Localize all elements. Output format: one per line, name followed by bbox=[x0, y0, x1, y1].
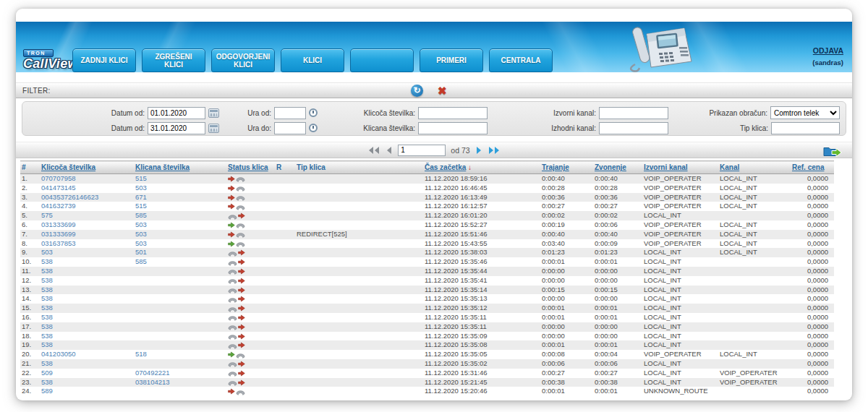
date-to-input[interactable] bbox=[148, 122, 205, 134]
incoming-answered-icon bbox=[228, 221, 245, 228]
prev-page-icon[interactable] bbox=[386, 146, 393, 155]
cell-channel: LOCAL_INT bbox=[718, 202, 791, 211]
cell-start-time: 11.12.2020 15:35:13 bbox=[423, 294, 540, 304]
cell-call-status bbox=[226, 248, 275, 257]
cell-callee-number: 515 bbox=[134, 174, 226, 184]
table-row[interactable]: 24.58911.12.2020 15:20:460:00:010:00:01U… bbox=[20, 387, 834, 396]
last-page-icon[interactable] bbox=[488, 146, 501, 155]
column-header-zvonenje[interactable]: Zvonenje bbox=[593, 161, 642, 174]
table-row[interactable]: 5.57558511.12.2020 16:01:200:00:020:00:0… bbox=[20, 211, 834, 220]
cell-ref-price: 0,0000 bbox=[791, 230, 834, 239]
logout-link[interactable]: ODJAVA bbox=[812, 46, 843, 55]
table-row[interactable]: 18.53811.12.2020 15:35:090:00:000:00:00L… bbox=[20, 332, 834, 341]
table-row[interactable]: 9.50350111.12.2020 15:38:030:01:230:01:2… bbox=[20, 248, 834, 257]
source-channel-input[interactable] bbox=[599, 107, 668, 119]
cell-recorded-flag bbox=[275, 387, 295, 396]
callee-number-input[interactable] bbox=[418, 122, 488, 134]
cell-ringing-time: 0:00:36 bbox=[593, 193, 642, 202]
table-row[interactable]: 17.53811.12.2020 15:35:110:00:000:00:00L… bbox=[20, 322, 834, 332]
table-row[interactable]: 22.50907049222111.12.2020 15:31:460:00:2… bbox=[20, 369, 834, 378]
cell-row-number: 22. bbox=[20, 369, 40, 378]
cell-channel: LOCAL_INT bbox=[718, 248, 791, 257]
cell-caller-number: 031333699 bbox=[40, 230, 134, 239]
outgoing-icon bbox=[228, 305, 245, 312]
cell-ref-price: 0,0000 bbox=[791, 387, 834, 396]
cell-channel bbox=[718, 267, 791, 276]
cell-caller-number: 538 bbox=[40, 332, 134, 341]
column-header-as-za-etka[interactable]: Čas začetka ↓ bbox=[423, 161, 540, 174]
cell-callee-number: 585 bbox=[134, 211, 226, 220]
clear-filter-icon[interactable]: ✖ bbox=[438, 85, 447, 97]
cell-row-number: 18. bbox=[20, 332, 40, 341]
next-page-icon[interactable] bbox=[475, 146, 482, 155]
column-header-ref-cena[interactable]: Ref. cena bbox=[791, 161, 834, 174]
table-row[interactable]: 21.53811.12.2020 15:35:020:00:060:00:06L… bbox=[20, 359, 834, 369]
cell-source-channel: LOCAL_INT bbox=[642, 322, 718, 332]
cell-channel: LOCAL_INT bbox=[718, 174, 791, 184]
column-header-izvorni-kanal[interactable]: Izvorni kanal bbox=[642, 161, 718, 174]
tab-empty[interactable] bbox=[350, 48, 414, 72]
cell-ref-price: 0,0000 bbox=[791, 313, 834, 322]
clock-icon[interactable] bbox=[309, 108, 318, 117]
cell-start-time: 11.12.2020 15:52:27 bbox=[423, 220, 540, 230]
table-row[interactable]: 2.04147314550311.12.2020 16:46:450:00:28… bbox=[20, 184, 834, 193]
tab-primeri[interactable]: PRIMERI bbox=[420, 48, 483, 72]
cell-start-time: 11.12.2020 15:35:11 bbox=[423, 313, 540, 322]
table-row[interactable]: 1.07070795851511.12.2020 18:59:160:00:40… bbox=[20, 174, 834, 184]
cell-start-time: 11.12.2020 15:20:46 bbox=[423, 387, 540, 396]
column-header-kanal[interactable]: Kanal bbox=[718, 161, 791, 174]
table-row[interactable]: 15.53811.12.2020 15:35:120:00:010:00:01L… bbox=[20, 304, 834, 313]
cell-call-status bbox=[226, 202, 275, 211]
table-row[interactable]: 12.53811.12.2020 15:35:410:00:000:00:00L… bbox=[20, 276, 834, 286]
tab-klici[interactable]: KLICI bbox=[281, 48, 344, 72]
column-header-trajanje[interactable]: Trajanje bbox=[540, 161, 593, 174]
export-icon[interactable] bbox=[823, 145, 842, 160]
table-row[interactable]: 10.53858511.12.2020 15:35:460:00:010:00:… bbox=[20, 257, 834, 267]
cell-call-type bbox=[295, 304, 423, 313]
cell-ref-price: 0,0000 bbox=[791, 174, 834, 184]
table-row[interactable]: 23.53803810421311.12.2020 15:21:450:00:3… bbox=[20, 378, 834, 387]
refresh-icon[interactable]: ↻ bbox=[411, 85, 423, 97]
cell-source-channel: LOCAL_INT bbox=[642, 286, 718, 295]
tab-zgre-eni-klici[interactable]: ZGREŠENI KLICI bbox=[142, 48, 205, 72]
table-row[interactable]: 14.53811.12.2020 15:35:130:00:000:00:00L… bbox=[20, 294, 834, 304]
table-row[interactable]: 20.04120305051811.12.2020 15:35:050:00:0… bbox=[20, 350, 834, 359]
first-page-icon[interactable] bbox=[367, 146, 380, 155]
billing-select[interactable]: Comtron telek bbox=[770, 106, 840, 119]
time-to-input[interactable] bbox=[274, 122, 306, 134]
cell-duration: 0:00:19 bbox=[540, 220, 593, 230]
tab-zadnji-klici[interactable]: ZADNJI KLICI bbox=[72, 48, 136, 72]
table-row[interactable]: 13.53811.12.2020 15:35:140:00:150:00:15L… bbox=[20, 286, 834, 295]
callee-number-label: Klicana številka: bbox=[363, 124, 415, 132]
call-type-input[interactable] bbox=[771, 122, 840, 134]
table-row[interactable]: 19.53811.12.2020 15:35:080:00:010:00:01L… bbox=[20, 340, 834, 350]
cell-recorded-flag bbox=[275, 304, 295, 313]
cell-channel: VOIP_OPERATER bbox=[718, 378, 791, 387]
table-row[interactable]: 4.04163273951511.12.2020 16:12:570:00:27… bbox=[20, 202, 834, 211]
out-channel-input[interactable] bbox=[599, 122, 668, 134]
cell-call-status bbox=[226, 369, 275, 378]
column-header-status-klica[interactable]: Status klica bbox=[226, 161, 275, 174]
cell-ref-price: 0,0000 bbox=[791, 193, 834, 202]
table-row[interactable]: 8.03163785350311.12.2020 15:43:550:03:40… bbox=[20, 239, 834, 249]
page-number-input[interactable] bbox=[398, 145, 446, 156]
date-from-input[interactable] bbox=[148, 107, 205, 119]
table-row[interactable]: 16.53811.12.2020 15:35:110:00:010:00:01L… bbox=[20, 313, 834, 322]
time-from-input[interactable] bbox=[274, 107, 306, 119]
column-header-klicana-tevilka[interactable]: Klicana številka bbox=[134, 161, 226, 174]
table-row[interactable]: 6.03133369950311.12.2020 15:52:270:00:19… bbox=[20, 220, 834, 230]
cell-ringing-time: 0:00:40 bbox=[593, 174, 642, 184]
calendar-icon[interactable] bbox=[208, 108, 219, 118]
calendar-icon[interactable] bbox=[208, 124, 219, 133]
table-row[interactable]: 11.53811.12.2020 15:35:440:00:000:00:00L… bbox=[20, 267, 834, 276]
clock-icon[interactable] bbox=[309, 124, 318, 132]
table-row[interactable]: 3.00435372614662367111.12.2020 16:13:490… bbox=[20, 193, 834, 202]
caller-number-input[interactable] bbox=[418, 107, 488, 119]
cell-recorded-flag bbox=[275, 294, 295, 304]
cell-callee-number: 503 bbox=[134, 239, 226, 249]
table-row[interactable]: 7.031333699503REDIRECT[525]11.12.2020 15… bbox=[20, 230, 834, 239]
tab-centrala[interactable]: CENTRALA bbox=[489, 48, 553, 72]
cell-recorded-flag bbox=[275, 286, 295, 295]
column-header-klico-a-tevilka[interactable]: Klicoča številka bbox=[40, 161, 134, 174]
tab-odgovorjeni-klici[interactable]: ODGOVORJENI KLICI bbox=[211, 48, 275, 72]
